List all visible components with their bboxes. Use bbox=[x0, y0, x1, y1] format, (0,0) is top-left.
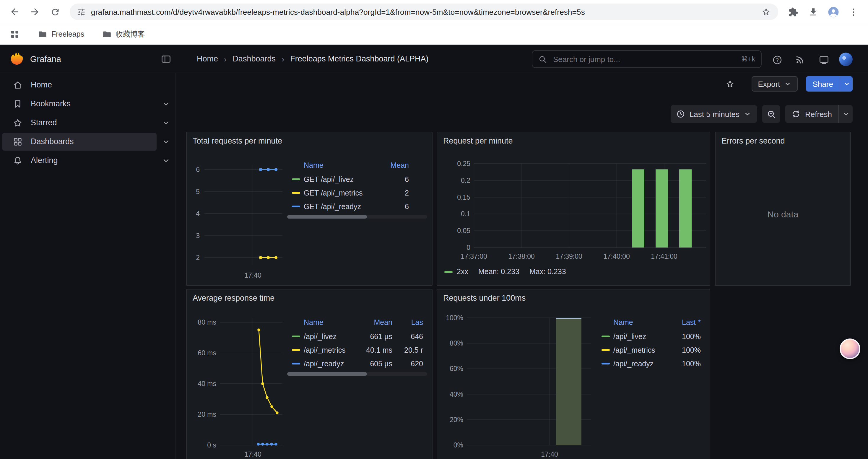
favorite-dashboard-button[interactable] bbox=[723, 77, 737, 91]
search-box[interactable]: ⌘+k bbox=[532, 50, 762, 68]
bookmark-folder-freeleaps[interactable]: Freeleaps bbox=[33, 27, 89, 41]
series-last: 20.5 r bbox=[392, 346, 423, 354]
series-color-chip bbox=[292, 335, 300, 337]
bookmarks-apps-button[interactable] bbox=[6, 26, 23, 42]
legend-row[interactable]: /api/_livez 100% bbox=[597, 330, 703, 343]
legend-scrollbar[interactable] bbox=[287, 372, 427, 376]
bookmark-folder-blogs[interactable]: 收藏博客 bbox=[97, 27, 150, 42]
breadcrumb-home[interactable]: Home bbox=[197, 54, 218, 63]
screen: grafana.mathmast.com/d/deytv4rwavabkb/fr… bbox=[0, 0, 868, 459]
downloads-button[interactable] bbox=[805, 4, 821, 20]
search-shortcut: ⌘+k bbox=[741, 55, 755, 63]
legend-row[interactable]: GET /api/_readyz 6 bbox=[287, 200, 411, 213]
sidebar-item-alerting[interactable]: Alerting bbox=[0, 151, 176, 170]
legend-header-mean[interactable]: Mean bbox=[376, 161, 409, 169]
legend-scrollbar[interactable] bbox=[287, 215, 427, 219]
sidebar-item-starred[interactable]: Starred bbox=[0, 113, 176, 132]
legend-header-last[interactable]: Last * bbox=[665, 319, 701, 327]
legend-row[interactable]: /api/_livez 661 µs 646 bbox=[287, 330, 426, 343]
monitor-icon bbox=[819, 55, 829, 65]
browser-menu-button[interactable] bbox=[845, 4, 862, 20]
legend-header-name[interactable]: Name bbox=[601, 319, 665, 327]
site-settings-icon[interactable] bbox=[77, 7, 86, 16]
search-input[interactable] bbox=[552, 54, 736, 64]
star-outline-icon bbox=[725, 79, 735, 89]
legend-row[interactable]: GET /api/_metrics 2 bbox=[287, 186, 411, 200]
series-name: /api/_metrics bbox=[304, 346, 356, 354]
refresh-button[interactable]: Refresh bbox=[785, 105, 852, 123]
series-name: /api/_readyz bbox=[613, 359, 665, 368]
refresh-label: Refresh bbox=[805, 109, 832, 119]
legend-header-mean[interactable]: Mean bbox=[356, 319, 392, 327]
refresh-interval-button[interactable] bbox=[838, 105, 852, 123]
legend-row[interactable]: /api/_metrics 100% bbox=[597, 343, 703, 357]
svg-text:17:37:00: 17:37:00 bbox=[461, 253, 487, 260]
series-name: GET /api/_livez bbox=[304, 175, 376, 184]
legend-row[interactable]: /api/_readyz 100% bbox=[597, 357, 703, 370]
bookmarks-bar: Freeleaps 收藏博客 bbox=[0, 24, 868, 45]
chevron-down-icon[interactable] bbox=[162, 138, 170, 146]
time-range-picker[interactable]: Last 5 minutes bbox=[671, 105, 757, 123]
grafana-brand[interactable]: Grafana bbox=[9, 52, 61, 66]
screens-button[interactable] bbox=[817, 54, 830, 66]
panel-requests-under-100ms: Requests under 100ms 100%80%60%40%20%0%1… bbox=[437, 289, 710, 459]
series-name: 2xx bbox=[457, 268, 468, 276]
legend-header-name[interactable]: Name bbox=[292, 161, 376, 169]
news-button[interactable] bbox=[794, 54, 807, 66]
breadcrumb-dashboards[interactable]: Dashboards bbox=[232, 54, 276, 63]
share-button[interactable]: Share bbox=[806, 76, 852, 92]
series-name: GET /api/_readyz bbox=[304, 202, 376, 210]
back-icon bbox=[9, 6, 20, 17]
legend-header-row: Name Last * bbox=[597, 316, 703, 330]
svg-text:5: 5 bbox=[196, 188, 200, 196]
chevron-down-icon[interactable] bbox=[162, 119, 170, 127]
export-button[interactable]: Export bbox=[751, 76, 798, 92]
panel-title[interactable]: Request per minute bbox=[443, 136, 513, 145]
svg-text:0.05: 0.05 bbox=[457, 227, 470, 234]
panel-title[interactable]: Errors per second bbox=[721, 136, 785, 145]
panel-title[interactable]: Average response time bbox=[193, 294, 275, 302]
series-mean: 6 bbox=[376, 202, 409, 210]
series-mean: 40.1 ms bbox=[356, 346, 392, 354]
sidebar-item-home[interactable]: Home bbox=[0, 76, 176, 95]
sidebar-toggle-button[interactable] bbox=[159, 53, 173, 65]
sidebar-item-dashboards[interactable]: Dashboards bbox=[0, 132, 176, 151]
legend-inline[interactable]: 2xx Mean: 0.233 Max: 0.233 bbox=[444, 266, 576, 277]
legend-row[interactable]: /api/_metrics 40.1 ms 20.5 r bbox=[287, 343, 426, 357]
share-menu-button[interactable] bbox=[840, 76, 852, 92]
sidebar-item-bookmarks[interactable]: Bookmarks bbox=[0, 95, 176, 113]
bookmark-star-icon[interactable] bbox=[761, 7, 771, 17]
legend-row[interactable]: /api/_readyz 605 µs 620 bbox=[287, 357, 426, 370]
user-avatar-image bbox=[839, 53, 852, 66]
user-avatar[interactable] bbox=[839, 53, 852, 66]
chevron-down-icon bbox=[784, 80, 792, 88]
legend-row[interactable]: GET /api/_livez 6 bbox=[287, 172, 411, 186]
url-bar[interactable]: grafana.mathmast.com/d/deytv4rwavabkb/fr… bbox=[70, 4, 778, 20]
back-button[interactable] bbox=[6, 4, 23, 20]
extensions-button[interactable] bbox=[785, 4, 801, 20]
chevron-down-icon[interactable] bbox=[162, 100, 170, 108]
scrollbar-thumb[interactable] bbox=[287, 372, 367, 376]
time-range-label: Last 5 minutes bbox=[689, 109, 740, 119]
zoom-out-button[interactable] bbox=[763, 105, 780, 123]
help-button[interactable]: ? bbox=[771, 54, 783, 66]
forward-button[interactable] bbox=[27, 4, 43, 20]
legend-table: Name Last * /api/_livez 100% /api/_metri… bbox=[597, 316, 703, 370]
svg-text:60%: 60% bbox=[450, 365, 463, 372]
legend-header-last[interactable]: Las bbox=[392, 319, 423, 327]
legend-header-name[interactable]: Name bbox=[292, 319, 356, 327]
series-mean: Mean: 0.233 bbox=[478, 268, 519, 276]
scrollbar-thumb[interactable] bbox=[287, 215, 367, 219]
svg-text:80%: 80% bbox=[450, 339, 463, 347]
panel-title[interactable]: Requests under 100ms bbox=[443, 294, 526, 302]
bookmark-label: Freeleaps bbox=[52, 30, 84, 38]
refresh-main[interactable]: Refresh bbox=[785, 105, 838, 123]
reload-button[interactable] bbox=[47, 4, 63, 20]
chevron-down-icon[interactable] bbox=[162, 157, 170, 165]
share-label[interactable]: Share bbox=[806, 76, 840, 92]
profile-button[interactable] bbox=[825, 4, 841, 20]
panel-title[interactable]: Total requests per minute bbox=[193, 136, 282, 145]
url-text[interactable]: grafana.mathmast.com/d/deytv4rwavabkb/fr… bbox=[91, 7, 756, 16]
series-max: Max: 0.233 bbox=[529, 268, 566, 276]
floating-avatar[interactable] bbox=[840, 338, 860, 359]
